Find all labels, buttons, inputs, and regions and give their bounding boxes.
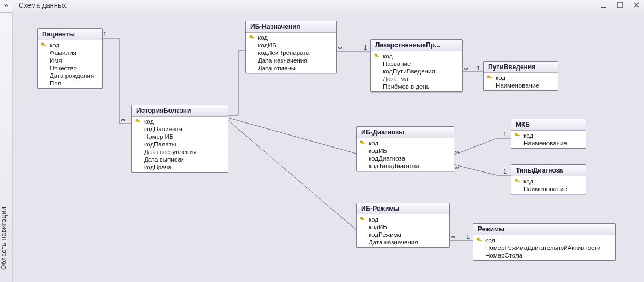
table-field[interactable]: Дата рождения (38, 72, 102, 79)
svg-text:∞: ∞ (455, 164, 460, 171)
table-field[interactable]: кодРежима (357, 231, 449, 238)
table-fields: кодНаименование (511, 131, 586, 148)
svg-rect-34 (519, 136, 519, 137)
key-icon (41, 42, 46, 48)
table-title: ИБ-Режимы (357, 203, 449, 214)
field-name: Наименование (523, 186, 567, 192)
table-ib-diagnozy[interactable]: ИБ-Диагнозы кодкодИБкодДиагнозакодТипаДи… (356, 126, 454, 171)
svg-rect-22 (253, 38, 254, 39)
table-rezhimy[interactable]: Режимы кодНомерРежимаДвигательнойАктивно… (473, 223, 616, 261)
table-ib-naznacheniya[interactable]: ИБ-Назначения кодкодИБкодЛекПрепаратаДат… (245, 21, 337, 73)
table-field[interactable]: Наименование (511, 139, 586, 147)
relationships-canvas[interactable]: 1 ∞ ∞ 1 ∞ 1 ∞ 1 ∞ 1 ∞ 1 Пациенты кодФами… (12, 12, 644, 282)
table-field[interactable]: код (371, 52, 462, 60)
table-field[interactable]: Название (371, 60, 462, 68)
close-button[interactable] (632, 1, 641, 10)
table-field[interactable]: код (38, 41, 102, 49)
table-field[interactable]: НомерРежимаДвигательнойАктивности (473, 244, 615, 252)
field-name: Дата назначения (369, 239, 418, 246)
svg-text:∞: ∞ (121, 117, 125, 123)
table-lekarstvennye[interactable]: ЛекарственныеПр... кодНазваниекодПутиВве… (370, 39, 463, 92)
svg-text:∞: ∞ (338, 44, 342, 51)
field-name: кодВрача (144, 164, 172, 170)
field-name: Дата рождения (50, 72, 94, 79)
table-field[interactable]: кодПациента (132, 125, 228, 133)
table-field[interactable]: кодИБ (357, 223, 449, 231)
key-icon (477, 237, 482, 243)
table-field[interactable]: Отчество (38, 64, 102, 72)
table-field[interactable]: код (132, 118, 228, 125)
table-field[interactable]: кодПутиВведения (371, 68, 462, 75)
key-icon (360, 217, 365, 222)
table-field[interactable]: кодДиагноза (357, 155, 454, 162)
table-title: ЛекарственныеПр... (371, 40, 462, 51)
table-field[interactable]: кодВрача (132, 163, 228, 171)
field-name: кодПалаты (144, 141, 176, 148)
table-field[interactable]: код (357, 216, 449, 223)
table-field[interactable]: код (473, 236, 615, 244)
table-fields: кодНаименование (484, 73, 558, 90)
svg-rect-40 (364, 219, 364, 220)
table-fields: кодкодИБкодДиагнозакодТипаДиагноза (357, 138, 454, 171)
field-name: код (496, 75, 505, 81)
field-name: кодДиагноза (369, 155, 405, 162)
table-patients[interactable]: Пациенты кодФамилияИмяОтчествоДата рожде… (37, 28, 103, 89)
table-field[interactable]: кодЛекПрепарата (246, 49, 336, 57)
table-history[interactable]: ИсторияБолезни кодкодПациентаНомер ИБкод… (131, 105, 228, 173)
table-fields: кодНаименование (511, 176, 586, 194)
table-field[interactable]: код (246, 34, 336, 41)
table-field[interactable]: Приёмов в день (371, 83, 462, 90)
table-tipy-diagnoza[interactable]: ТипыДиагноза кодНаименование (511, 164, 586, 194)
table-fields: кодНомерРежимаДвигательнойАктивностиНоме… (473, 235, 615, 260)
field-name: Приёмов в день (383, 83, 430, 90)
key-icon (135, 119, 141, 124)
field-name: Фамилия (50, 50, 76, 56)
table-field[interactable]: Наименование (511, 185, 586, 193)
table-puti-vvedeniya[interactable]: ПутиВведения кодНаименование (483, 61, 558, 91)
table-field[interactable]: код (357, 139, 454, 147)
table-field[interactable]: кодИБ (357, 147, 454, 155)
table-field[interactable]: Дата поступления (132, 148, 228, 156)
table-field[interactable]: Дата выписки (132, 156, 228, 163)
table-field[interactable]: код (484, 74, 558, 82)
table-fields: кодкодИБкодЛекПрепаратаДата назначенияДа… (246, 33, 336, 73)
field-name: код (383, 53, 393, 59)
table-field[interactable]: НомерСтола (473, 252, 615, 259)
table-field[interactable]: Наименование (484, 82, 558, 89)
table-field[interactable]: код (511, 177, 586, 185)
table-field[interactable]: Имя (38, 57, 102, 64)
field-name: НомерРежимаДвигательнойАктивности (485, 244, 601, 251)
field-name: код (50, 42, 59, 48)
field-name: НомерСтола (485, 252, 522, 259)
table-field[interactable]: кодТипаДиагноза (357, 162, 454, 170)
maximize-button[interactable] (616, 1, 624, 10)
table-field[interactable]: Дата назначения (246, 57, 336, 64)
minimize-button[interactable] (599, 1, 608, 10)
nav-expand-button[interactable]: » (0, 0, 12, 13)
table-ib-rezhimy[interactable]: ИБ-Режимы кодкодИБкодРежимаДата назначен… (356, 203, 450, 248)
key-icon (249, 35, 255, 40)
field-name: код (369, 216, 378, 223)
field-name: Дата выписки (144, 156, 184, 163)
table-mkb[interactable]: МКБ кодНаименование (511, 119, 586, 149)
key-icon (515, 179, 520, 184)
table-field[interactable]: код (511, 132, 586, 139)
nav-pane-collapsed: » Область навигации (0, 0, 13, 282)
table-field[interactable]: Доза, мл (371, 75, 462, 83)
nav-pane-label: Область навигации (0, 195, 12, 282)
table-field[interactable]: кодИБ (246, 41, 336, 49)
table-field[interactable]: Фамилия (38, 49, 102, 57)
svg-text:∞: ∞ (451, 234, 455, 240)
table-field[interactable]: Номер ИБ (132, 133, 228, 140)
svg-text:1: 1 (103, 31, 106, 38)
svg-text:1: 1 (503, 131, 507, 137)
table-field[interactable]: кодПалаты (132, 140, 228, 148)
table-field[interactable]: Дата отмены (246, 64, 336, 72)
field-name: код (523, 132, 533, 139)
svg-rect-31 (364, 143, 364, 144)
table-field[interactable]: Пол (38, 79, 102, 87)
table-fields: кодкодИБкодРежимаДата назначения (357, 214, 449, 247)
table-title: ИсторияБолезни (132, 105, 228, 117)
field-name: Дата назначения (258, 57, 307, 64)
table-field[interactable]: Дата назначения (357, 238, 449, 246)
